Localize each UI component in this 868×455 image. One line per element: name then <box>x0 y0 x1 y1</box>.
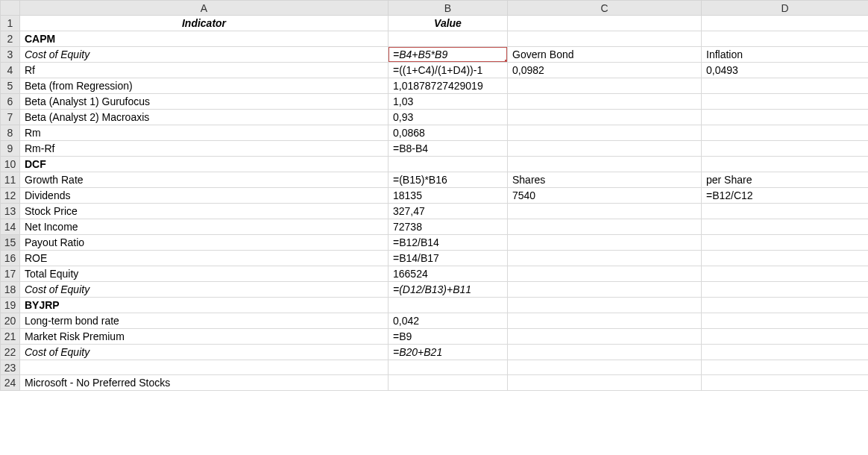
cell-D1[interactable] <box>702 16 869 31</box>
cell-D2[interactable] <box>702 31 869 47</box>
cell-A12[interactable]: Dividends <box>20 188 389 204</box>
cell-B21[interactable]: =B9 <box>389 329 508 345</box>
cell-B10[interactable] <box>389 157 508 172</box>
row-header[interactable]: 8 <box>1 125 20 141</box>
cell-A3[interactable]: Cost of Equity <box>20 47 389 63</box>
cell-B3[interactable]: =B4+B5*B9 <box>389 47 508 63</box>
row-header[interactable]: 6 <box>1 94 20 110</box>
cell-C7[interactable] <box>508 110 702 125</box>
cell-C13[interactable] <box>508 204 702 219</box>
cell-C24[interactable] <box>508 375 702 391</box>
row-header[interactable]: 20 <box>1 313 20 329</box>
row-header[interactable]: 3 <box>1 47 20 63</box>
cell-A2[interactable]: CAPM <box>20 31 389 47</box>
cell-A16[interactable]: ROE <box>20 251 389 266</box>
cell-B7[interactable]: 0,93 <box>389 110 508 125</box>
row-header[interactable]: 7 <box>1 110 20 125</box>
cell-B8[interactable]: 0,0868 <box>389 125 508 141</box>
row-header[interactable]: 15 <box>1 235 20 251</box>
row-header[interactable]: 2 <box>1 31 20 47</box>
cell-A13[interactable]: Stock Price <box>20 204 389 219</box>
cell-A22[interactable]: Cost of Equity <box>20 345 389 360</box>
cell-C15[interactable] <box>508 235 702 251</box>
cell-B15[interactable]: =B12/B14 <box>389 235 508 251</box>
cell-B20[interactable]: 0,042 <box>389 313 508 329</box>
cell-B9[interactable]: =B8-B4 <box>389 141 508 157</box>
cell-D3[interactable]: Inflation <box>702 47 869 63</box>
cell-C23[interactable] <box>508 360 702 375</box>
row-header[interactable]: 21 <box>1 329 20 345</box>
cell-D18[interactable] <box>702 282 869 298</box>
row-header[interactable]: 19 <box>1 298 20 313</box>
cell-D4[interactable]: 0,0493 <box>702 63 869 78</box>
row-header[interactable]: 1 <box>1 16 20 31</box>
cell-C12[interactable]: 7540 <box>508 188 702 204</box>
cell-D6[interactable] <box>702 94 869 110</box>
cell-C3[interactable]: Govern Bond <box>508 47 702 63</box>
cell-D17[interactable] <box>702 266 869 282</box>
row-header[interactable]: 16 <box>1 251 20 266</box>
row-header[interactable]: 10 <box>1 157 20 172</box>
cell-A18[interactable]: Cost of Equity <box>20 282 389 298</box>
cell-B23[interactable] <box>389 360 508 375</box>
col-header-A[interactable]: A <box>20 1 389 16</box>
cell-D9[interactable] <box>702 141 869 157</box>
cell-A17[interactable]: Total Equity <box>20 266 389 282</box>
cell-C19[interactable] <box>508 298 702 313</box>
cell-B24[interactable] <box>389 375 508 391</box>
cell-C20[interactable] <box>508 313 702 329</box>
row-header[interactable]: 11 <box>1 172 20 188</box>
cell-C8[interactable] <box>508 125 702 141</box>
cell-D15[interactable] <box>702 235 869 251</box>
row-header[interactable]: 4 <box>1 63 20 78</box>
row-header[interactable]: 18 <box>1 282 20 298</box>
cell-C10[interactable] <box>508 157 702 172</box>
cell-D16[interactable] <box>702 251 869 266</box>
row-header[interactable]: 23 <box>1 360 20 375</box>
cell-D5[interactable] <box>702 78 869 94</box>
cell-C5[interactable] <box>508 78 702 94</box>
cell-D24[interactable] <box>702 375 869 391</box>
cell-C22[interactable] <box>508 345 702 360</box>
spreadsheet[interactable]: A B C D 1IndicatorValue2CAPM3Cost of Equ… <box>0 0 868 391</box>
cell-A24[interactable]: Microsoft - No Preferred Stocks <box>20 375 389 391</box>
cell-B16[interactable]: =B14/B17 <box>389 251 508 266</box>
cell-D10[interactable] <box>702 157 869 172</box>
cell-D11[interactable]: per Share <box>702 172 869 188</box>
cell-C17[interactable] <box>508 266 702 282</box>
cell-B6[interactable]: 1,03 <box>389 94 508 110</box>
row-header[interactable]: 12 <box>1 188 20 204</box>
cell-C4[interactable]: 0,0982 <box>508 63 702 78</box>
cell-A8[interactable]: Rm <box>20 125 389 141</box>
cell-B11[interactable]: =(B15)*B16 <box>389 172 508 188</box>
cell-A4[interactable]: Rf <box>20 63 389 78</box>
cell-C18[interactable] <box>508 282 702 298</box>
cell-D21[interactable] <box>702 329 869 345</box>
row-header[interactable]: 22 <box>1 345 20 360</box>
cell-A23[interactable] <box>20 360 389 375</box>
cell-C14[interactable] <box>508 219 702 235</box>
cell-A1[interactable]: Indicator <box>20 16 389 31</box>
cell-D23[interactable] <box>702 360 869 375</box>
cell-C1[interactable] <box>508 16 702 31</box>
cell-D7[interactable] <box>702 110 869 125</box>
cell-D12[interactable]: =B12/C12 <box>702 188 869 204</box>
cell-D14[interactable] <box>702 219 869 235</box>
cell-C6[interactable] <box>508 94 702 110</box>
row-header[interactable]: 24 <box>1 375 20 391</box>
cell-A9[interactable]: Rm-Rf <box>20 141 389 157</box>
select-all-corner[interactable] <box>1 1 20 16</box>
cell-A19[interactable]: BYJRP <box>20 298 389 313</box>
cell-C21[interactable] <box>508 329 702 345</box>
cell-C2[interactable] <box>508 31 702 47</box>
cell-D19[interactable] <box>702 298 869 313</box>
cell-A21[interactable]: Market Risk Premium <box>20 329 389 345</box>
cell-D8[interactable] <box>702 125 869 141</box>
cell-B2[interactable] <box>389 31 508 47</box>
col-header-B[interactable]: B <box>389 1 508 16</box>
cell-A6[interactable]: Beta (Analyst 1) Gurufocus <box>20 94 389 110</box>
cell-D13[interactable] <box>702 204 869 219</box>
cell-D22[interactable] <box>702 345 869 360</box>
cell-B19[interactable] <box>389 298 508 313</box>
cell-A15[interactable]: Payout Ratio <box>20 235 389 251</box>
